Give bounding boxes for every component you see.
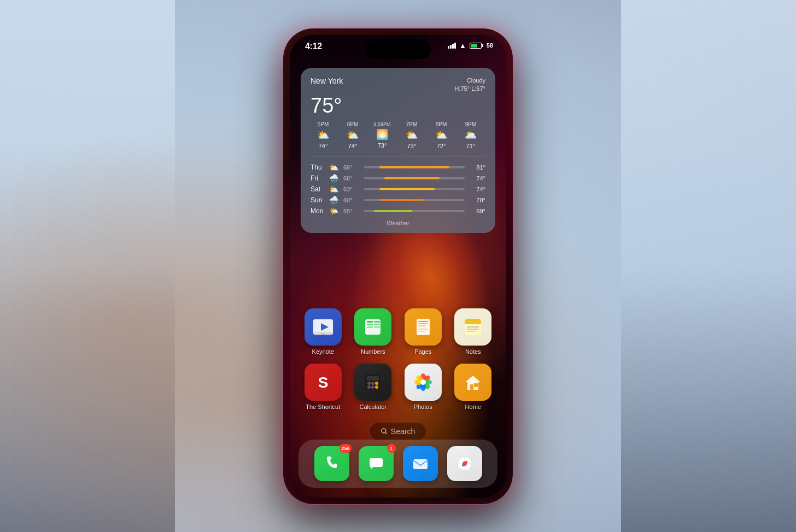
weather-city: New York xyxy=(311,77,343,85)
dynamic-island xyxy=(365,40,431,59)
numbers-icon[interactable] xyxy=(354,308,391,346)
hour-item-5: 9PM 🌥️ 71° xyxy=(458,121,483,149)
svg-rect-14 xyxy=(418,325,426,326)
keynote-icon[interactable] xyxy=(305,308,342,346)
svg-rect-43 xyxy=(474,383,478,387)
daily-mon: Mon 🌤️ 55° 69° xyxy=(311,207,485,215)
dock: 256 1 xyxy=(298,440,497,488)
svg-rect-12 xyxy=(418,321,428,322)
hour-item-3: 7PM ⛅ 73° xyxy=(399,121,424,149)
svg-rect-21 xyxy=(467,329,479,330)
home-label: Home xyxy=(465,404,481,410)
app-calculator[interactable]: Calculator xyxy=(351,364,396,410)
numbers-label: Numbers xyxy=(361,348,385,355)
svg-rect-15 xyxy=(418,329,428,330)
daily-sat: Sat ⛅ 63° 74° xyxy=(311,185,485,194)
keynote-label: Keynote xyxy=(312,348,334,355)
svg-point-30 xyxy=(371,385,374,389)
svg-rect-5 xyxy=(367,321,373,323)
battery-percent: 58 xyxy=(487,42,493,49)
search-label: Search xyxy=(391,427,415,436)
svg-point-26 xyxy=(367,382,371,385)
app-pages[interactable]: Pages xyxy=(401,308,446,355)
weather-condition: Cloudy H:75° L:67° xyxy=(454,77,485,93)
svg-rect-19 xyxy=(465,322,481,324)
calculator-icon[interactable] xyxy=(354,364,391,401)
messages-badge: 1 xyxy=(387,444,396,453)
svg-point-31 xyxy=(375,385,378,389)
signal-icon xyxy=(448,43,456,49)
pages-label: Pages xyxy=(414,348,431,355)
svg-point-29 xyxy=(367,385,371,389)
svg-rect-20 xyxy=(467,326,479,328)
svg-rect-6 xyxy=(367,324,373,325)
svg-text:S: S xyxy=(318,374,328,391)
dock-safari[interactable] xyxy=(447,446,482,481)
daily-thu: Thu ⛅ 66° 81° xyxy=(311,163,485,172)
hour-item-2: 6:59PM 🌅 73° xyxy=(370,121,395,149)
dock-messages[interactable]: 1 xyxy=(359,446,394,481)
svg-rect-46 xyxy=(413,459,428,469)
weather-widget: New York Cloudy H:75° L:67° 75° 5PM ⛅ 74… xyxy=(301,68,495,233)
phone-screen: 4:12 ▲ 58 xyxy=(290,35,506,498)
dock-mail[interactable] xyxy=(403,446,438,481)
svg-rect-16 xyxy=(418,331,425,332)
battery-icon xyxy=(470,43,483,49)
daily-sun: Sun 🌧️ 60° 70° xyxy=(311,196,485,204)
app-keynote[interactable]: Keynote xyxy=(301,308,346,355)
home-icon[interactable] xyxy=(454,364,491,401)
search-bar[interactable]: Search xyxy=(370,423,426,440)
daily-fri: Fri 🌧️ 66° 74° xyxy=(311,174,485,183)
shortcuts-icon[interactable]: S xyxy=(305,364,342,401)
app-shortcuts[interactable]: S The Shortcut xyxy=(301,364,346,410)
svg-rect-42 xyxy=(470,384,473,390)
photos-icon[interactable] xyxy=(405,364,442,401)
svg-line-45 xyxy=(385,432,387,434)
weather-top: New York Cloudy H:75° L:67° xyxy=(311,77,485,93)
hour-item-0: 5PM ⛅ 74° xyxy=(311,121,336,149)
weather-label: Weather xyxy=(311,220,485,226)
svg-rect-9 xyxy=(374,324,380,325)
notes-icon[interactable] xyxy=(454,308,491,346)
svg-point-28 xyxy=(375,382,378,385)
notes-label: Notes xyxy=(465,348,481,355)
app-photos[interactable]: Photos xyxy=(401,364,446,410)
svg-rect-7 xyxy=(367,326,373,328)
phone-wrapper: 4:12 ▲ 58 xyxy=(283,28,513,504)
svg-point-44 xyxy=(382,429,386,433)
shortcuts-label: The Shortcut xyxy=(306,404,340,410)
app-notes[interactable]: Notes xyxy=(451,308,496,355)
svg-rect-22 xyxy=(467,331,476,332)
search-icon xyxy=(381,428,388,435)
hour-item-4: 8PM ⛅ 72° xyxy=(429,121,454,149)
svg-point-27 xyxy=(371,382,374,385)
phone-badge: 256 xyxy=(340,444,351,453)
dock-phone[interactable]: 256 xyxy=(314,446,349,481)
svg-rect-2 xyxy=(314,332,332,334)
svg-point-40 xyxy=(420,379,426,385)
svg-rect-25 xyxy=(367,376,379,381)
hourly-forecast: 5PM ⛅ 74° 6PM ⛅ 74° 6:59PM 🌅 73° xyxy=(311,121,485,156)
calculator-label: Calculator xyxy=(359,404,387,410)
svg-rect-13 xyxy=(418,323,428,324)
svg-rect-10 xyxy=(374,326,380,328)
phone-body: 4:12 ▲ 58 xyxy=(283,28,513,504)
hour-item-1: 6PM ⛅ 74° xyxy=(340,121,365,149)
pages-icon[interactable] xyxy=(405,308,442,346)
app-home[interactable]: Home xyxy=(451,364,496,410)
app-numbers[interactable]: Numbers xyxy=(351,308,396,355)
weather-temperature: 75° xyxy=(311,95,485,116)
status-right: ▲ 58 xyxy=(448,42,493,50)
svg-rect-8 xyxy=(374,321,380,323)
app-grid: Keynote N xyxy=(301,308,495,410)
safari-app-icon[interactable] xyxy=(447,446,482,481)
photos-label: Photos xyxy=(414,404,432,410)
wifi-icon: ▲ xyxy=(459,42,466,50)
mail-app-icon[interactable] xyxy=(403,446,438,481)
svg-rect-3 xyxy=(321,334,325,335)
